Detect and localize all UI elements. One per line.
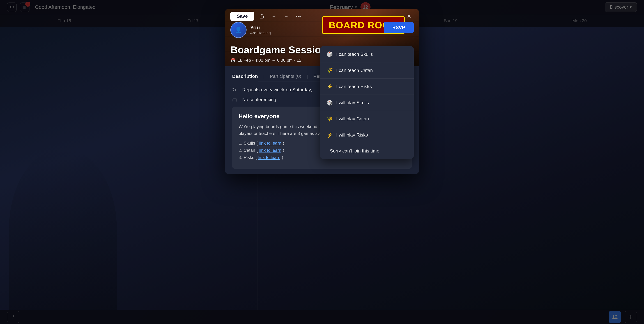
risks-emoji: ⚡: [327, 84, 333, 90]
tab-description[interactable]: Description: [232, 72, 258, 81]
user-text: You Are Hosting: [250, 24, 271, 35]
rsvp-option-teach-catan[interactable]: 🌾 I can teach Catan: [320, 62, 414, 79]
share-icon[interactable]: [257, 11, 266, 21]
rsvp-option-play-risks[interactable]: ⚡ I will play Risks: [320, 127, 414, 143]
rsvp-dropdown: 🎲 I can teach Skulls 🌾 I can teach Catan…: [320, 46, 414, 159]
modal-user-info: 👤 You Are Hosting: [230, 22, 271, 38]
event-title: Boardgame Session: [230, 44, 327, 56]
game-name-skulls-close: ): [283, 141, 284, 146]
rsvp-option-play-skulls[interactable]: 🎲 I will play Skulls: [320, 95, 414, 111]
repeat-icon: ↻: [232, 87, 238, 93]
arrow-left-icon[interactable]: ←: [269, 11, 279, 21]
repeat-text: Repeats every week on Saturday,: [242, 87, 312, 93]
teach-catan-label: I can teach Catan: [336, 68, 373, 73]
tab-separator-2: |: [307, 74, 308, 79]
modal-toolbar: Save ← → ••• ✕: [225, 9, 419, 23]
conferencing-text: No conferencing: [242, 97, 276, 102]
save-button[interactable]: Save: [230, 12, 254, 21]
teach-risks-label: I can teach Risks: [336, 84, 372, 89]
play-catan-label: I will play Catan: [336, 116, 369, 122]
rsvp-option-teach-skulls[interactable]: 🎲 I can teach Skulls: [320, 46, 414, 62]
event-modal: Save ← → ••• ✕ BOARD ROOM 👤 You Are Host…: [225, 9, 419, 174]
skulls-emoji: 🎲: [327, 51, 333, 57]
skulls-link[interactable]: link to learn: [259, 141, 282, 146]
play-skulls-label: I will play Skulls: [336, 100, 369, 106]
risks-link[interactable]: link to learn: [258, 155, 280, 160]
cant-join-label: Sorry can't join this time: [330, 148, 379, 154]
rsvp-option-cant-join[interactable]: Sorry can't join this time: [320, 143, 414, 159]
calendar-icon-small: 📅: [230, 58, 236, 63]
play-skulls-emoji: 🎲: [327, 100, 333, 106]
teach-skulls-label: I can teach Skulls: [336, 51, 373, 57]
play-risks-label: I will play Risks: [336, 132, 368, 138]
play-risks-emoji: ⚡: [327, 132, 333, 138]
user-role: Are Hosting: [250, 31, 271, 35]
arrow-right-icon[interactable]: →: [282, 11, 291, 21]
video-icon: ▢: [232, 97, 238, 103]
avatar: 👤: [230, 22, 246, 38]
play-catan-emoji: 🌾: [327, 116, 333, 122]
close-icon[interactable]: ✕: [404, 11, 414, 21]
tab-participants[interactable]: Participants (0): [270, 72, 301, 81]
game-name-risks-close: ): [282, 155, 283, 160]
catan-emoji: 🌾: [327, 67, 333, 73]
rsvp-option-teach-risks[interactable]: ⚡ I can teach Risks: [320, 79, 414, 95]
game-name-risks: Risks (: [244, 155, 257, 160]
game-name-catan-close: ): [283, 148, 284, 153]
more-options-icon[interactable]: •••: [294, 11, 303, 21]
game-name-catan: Catan (: [244, 148, 258, 153]
game-name-skulls: Skulls (: [244, 141, 258, 146]
tab-separator-1: |: [263, 74, 264, 79]
avatar-image: 👤: [231, 22, 246, 37]
rsvp-button[interactable]: RSVP: [384, 22, 414, 33]
rsvp-option-play-catan[interactable]: 🌾 I will play Catan: [320, 111, 414, 127]
event-date: 📅 18 Feb - 4:00 pm → 6:00 pm - 12: [230, 58, 301, 63]
user-name: You: [250, 24, 271, 31]
catan-link[interactable]: link to learn: [259, 148, 282, 153]
